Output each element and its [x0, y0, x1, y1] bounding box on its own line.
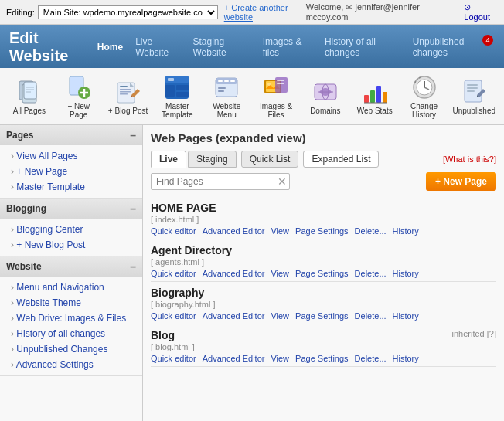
svg-rect-26 [218, 87, 226, 89]
action-advanced-editor-blog[interactable]: Advanced Editor [203, 354, 265, 363]
search-row: ✕ + New Page [151, 172, 496, 191]
create-another-website-link[interactable]: + Create another website [224, 3, 306, 22]
search-input[interactable] [151, 173, 290, 190]
action-history-bio[interactable]: History [393, 311, 419, 321]
action-view-blog[interactable]: View [271, 354, 289, 363]
svg-rect-49 [467, 87, 478, 89]
sidebar-pages-collapse[interactable]: – [130, 129, 136, 141]
toolbar-new-page[interactable]: + New Page [56, 71, 102, 121]
action-page-settings-blog[interactable]: Page Settings [295, 354, 349, 363]
toolbar-master-template[interactable]: Master Template [154, 71, 200, 121]
action-delete-agents[interactable]: Delete... [355, 269, 387, 278]
sidebar-item-web-drive[interactable]: Web Drive: Images & Files [0, 311, 142, 326]
toolbar-blog-post[interactable]: + Blog Post [105, 76, 152, 117]
nav-home[interactable]: Home [91, 39, 129, 56]
new-page-button[interactable]: + New Page [426, 172, 496, 191]
toolbar-unpublished[interactable]: Unpublished [450, 76, 498, 117]
sidebar-item-website-theme[interactable]: Website Theme [0, 295, 142, 311]
sidebar-item-view-all-pages[interactable]: View All Pages [0, 148, 142, 164]
sidebar-item-unpublished-changes[interactable]: Unpublished Changes [0, 341, 142, 357]
action-history-homepage[interactable]: History [393, 226, 419, 236]
svg-rect-13 [120, 91, 131, 93]
nav-unpublished-changes[interactable]: Unpublished changes 4 [407, 33, 495, 61]
action-history-agents[interactable]: History [393, 269, 419, 278]
svg-rect-18 [165, 85, 175, 97]
toolbar-website-menu[interactable]: Website Menu [203, 71, 250, 121]
action-delete-homepage[interactable]: Delete... [355, 226, 387, 236]
toolbar-web-stats-label: Web Stats [357, 107, 393, 115]
page-actions-agents: Quick editor Advanced Editor View Page S… [151, 269, 496, 278]
top-bar: Editing: Main Site: wpdemo.myrealpageweb… [0, 0, 504, 25]
action-page-settings-homepage[interactable]: Page Settings [295, 226, 349, 236]
sidebar-item-advanced-settings[interactable]: Advanced Settings [0, 357, 142, 372]
svg-rect-2 [24, 82, 36, 99]
search-clear-icon[interactable]: ✕ [278, 175, 287, 188]
sidebar-website-collapse[interactable]: – [130, 260, 136, 273]
nav-images-files[interactable]: Images & files [257, 33, 318, 61]
pages-icon [15, 78, 43, 106]
sidebar-item-menu-navigation[interactable]: Menu and Navigation [0, 280, 142, 295]
toolbar-web-stats[interactable]: Web Stats [352, 76, 398, 117]
search-input-wrap: ✕ [151, 173, 290, 190]
sidebar-website-body: Menu and Navigation Website Theme Web Dr… [0, 277, 142, 375]
action-history-blog[interactable]: History [393, 354, 419, 363]
svg-rect-14 [120, 93, 128, 95]
tab-button-expanded-list[interactable]: Expanded List [303, 151, 379, 168]
toolbar-images-files[interactable]: Images & Files [253, 71, 299, 121]
table-row: HOME PAGE [ index.html ] Quick editor Ad… [151, 197, 496, 239]
websitemenu-icon [213, 73, 240, 101]
changehistory-icon [410, 73, 438, 101]
sidebar-item-master-template[interactable]: Master Template [0, 179, 142, 195]
nav-history[interactable]: History of all changes [318, 33, 407, 61]
page-entry-url-blog: [ blog.html ] [151, 342, 496, 351]
header: Edit Website Home Live Website Staging W… [0, 25, 504, 68]
site-selector[interactable]: Main Site: wpdemo.myrealpagewebsite.co [38, 5, 218, 19]
action-page-settings-agents[interactable]: Page Settings [295, 269, 349, 278]
tab-staging[interactable]: Staging [188, 151, 237, 168]
sidebar-blogging-body: Blogging Center + New Blog Post [0, 219, 142, 256]
action-view-agents[interactable]: View [271, 269, 289, 278]
action-view-bio[interactable]: View [271, 311, 289, 321]
sidebar-item-blogging-center[interactable]: Blogging Center [0, 222, 142, 237]
what-is-this-link[interactable]: [What is this?] [443, 154, 496, 164]
action-quick-editor-blog[interactable]: Quick editor [151, 354, 196, 363]
toolbar-all-pages[interactable]: All Pages [6, 76, 53, 117]
svg-rect-19 [176, 85, 189, 90]
action-view-homepage[interactable]: View [271, 226, 289, 236]
action-quick-editor-agents[interactable]: Quick editor [151, 269, 196, 278]
action-page-settings-bio[interactable]: Page Settings [295, 311, 349, 321]
sidebar-website-title: Website [6, 261, 42, 272]
sidebar-pages-title: Pages [6, 130, 33, 141]
toolbar-images-files-label: Images & Files [255, 102, 297, 119]
svg-rect-38 [364, 95, 369, 103]
action-advanced-editor-homepage[interactable]: Advanced Editor [203, 226, 265, 236]
nav-staging-website[interactable]: Staging Website [186, 33, 256, 61]
nav-live-website[interactable]: Live Website [129, 33, 186, 61]
sidebar-section-pages: Pages – View All Pages + New Page Master… [0, 125, 142, 199]
sidebar-blogging-collapse[interactable]: – [130, 202, 136, 215]
sidebar-item-history-all-changes[interactable]: History of all changes [0, 326, 142, 341]
logout-link[interactable]: ⊙ Logout [464, 2, 498, 22]
action-quick-editor-bio[interactable]: Quick editor [151, 311, 196, 321]
toolbar: All Pages + New Page [0, 68, 504, 125]
page-entry-title-agents: Agent Directory [151, 244, 496, 256]
page-entry-meta-blog: inherited [?] [452, 329, 496, 338]
page-entry-title-homepage: HOME PAGE [151, 202, 496, 214]
sidebar-item-new-blog-post[interactable]: + New Blog Post [0, 237, 142, 253]
action-quick-editor-homepage[interactable]: Quick editor [151, 226, 196, 236]
page-title: Edit Website [9, 29, 91, 65]
sidebar-pages-body: View All Pages + New Page Master Templat… [0, 145, 142, 198]
toolbar-change-history[interactable]: Change History [401, 71, 448, 121]
tab-live[interactable]: Live [151, 151, 186, 168]
svg-rect-41 [383, 92, 387, 103]
action-delete-bio[interactable]: Delete... [355, 311, 387, 321]
action-advanced-editor-bio[interactable]: Advanced Editor [203, 311, 265, 321]
toolbar-domains[interactable]: Domains [302, 76, 349, 117]
svg-rect-17 [168, 78, 174, 81]
svg-point-31 [267, 83, 271, 86]
page-actions-blog: Quick editor Advanced Editor View Page S… [151, 354, 496, 363]
action-advanced-editor-agents[interactable]: Advanced Editor [203, 269, 265, 278]
sidebar-item-new-page[interactable]: + New Page [0, 164, 142, 179]
tab-button-quick-list[interactable]: Quick List [241, 151, 299, 168]
action-delete-blog[interactable]: Delete... [355, 354, 387, 363]
